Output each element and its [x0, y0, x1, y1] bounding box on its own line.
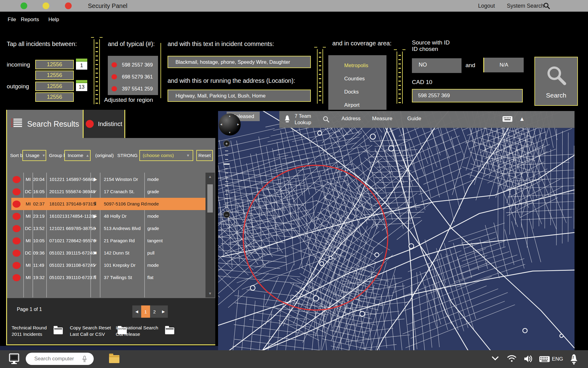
outgoing-date-badge[interactable]: 13 [76, 80, 87, 91]
folder-icon[interactable] [165, 328, 174, 334]
row-time: 13:52 [33, 222, 48, 235]
row-id: 121021 669785-38758 [49, 222, 96, 235]
page-number-button[interactable]: 2 [150, 305, 159, 318]
notifications-bell-icon[interactable]: 2 [569, 354, 579, 366]
desktop-icon[interactable] [9, 353, 21, 366]
keyboard-icon[interactable] [539, 355, 550, 364]
bell-icon[interactable] [283, 115, 291, 125]
map-tool-address[interactable]: Address [341, 116, 360, 122]
notification-count-badge: 2 [572, 356, 574, 359]
map-view[interactable]: 7 Team Lookup AddressMeasureGuide ▲ Rele… [218, 111, 575, 350]
row-id: 051021 391115-67248 [49, 247, 95, 259]
pagination: ◀ 12 ▶ [132, 305, 168, 318]
page-prev-button[interactable]: ◀ [132, 305, 141, 318]
typical-number: 598 2557 369 [122, 62, 153, 68]
page-number-button[interactable]: 1 [141, 305, 150, 318]
outgoing-from-field[interactable] [35, 82, 74, 91]
system-search-button[interactable]: System Search [507, 3, 544, 9]
table-row[interactable]: MI 10:05 071021 728642-95576 ✳ 21 Parago… [11, 235, 205, 247]
window-yellow-light-icon[interactable] [43, 2, 49, 9]
page-next-button[interactable]: ▶ [159, 305, 168, 318]
map-zoom-slider[interactable]: + – [223, 140, 230, 218]
location-text-field[interactable] [168, 90, 311, 102]
map-tool-measure[interactable]: Measure [372, 116, 392, 122]
outgoing-to-field[interactable] [35, 92, 74, 102]
table-row[interactable]: MI 02:37 181021 379148-97315 Ⅱ 5097-5106… [11, 198, 205, 210]
typical-number-row[interactable]: 598 2557 369 [111, 59, 158, 71]
row-time: 20:04 [33, 173, 48, 186]
source-id-field[interactable]: NO [412, 58, 462, 73]
reset-button[interactable]: Reset [196, 150, 213, 161]
incoming-from-field[interactable] [35, 60, 74, 69]
adjusted-for-region-label: Adjusted for region [104, 97, 153, 103]
table-row[interactable]: MI 23:19 1610213174854-11287 ▶ 48 Holly … [11, 210, 205, 222]
map-tool-guide[interactable]: Guide [407, 116, 421, 122]
menu-item-reports[interactable]: Reports [21, 17, 39, 23]
folder-icon[interactable] [109, 355, 119, 363]
scroll-up-icon[interactable]: ▲ [205, 174, 215, 179]
zoom-in-button[interactable]: + [223, 140, 230, 147]
footer-shortcut: International SearchCut release [116, 324, 174, 337]
table-row[interactable]: DC 09:36 051021 391115-67248 ■ 142 Dunn … [11, 247, 205, 259]
row-address: 101 Krepsky Dr [104, 259, 135, 271]
location-heading: and with this or running the address (Lo… [168, 77, 295, 84]
row-id: 051021 391110-67237 [49, 271, 95, 284]
language-indicator[interactable]: ENG [552, 356, 563, 362]
alert-dot-icon [13, 262, 21, 269]
search-button[interactable]: Search [534, 57, 578, 106]
window-red-light-icon[interactable] [65, 2, 72, 9]
map-streets [218, 111, 575, 350]
zoom-slider-thumb[interactable] [224, 163, 230, 165]
window-green-light-icon[interactable] [21, 2, 27, 9]
group-by-dropdown[interactable]: Income ▲ [64, 150, 91, 161]
incoming-date-badge[interactable]: 1 [76, 59, 87, 70]
sort-by-dropdown[interactable]: Usage ▼ [22, 150, 46, 161]
chevron-down-icon[interactable] [492, 356, 499, 362]
incoming-to-field[interactable] [35, 71, 74, 80]
keyboard-icon[interactable] [502, 115, 513, 125]
menu-item-file[interactable]: File [8, 17, 16, 23]
scrollbar-thumb[interactable] [207, 184, 213, 213]
window-bottom-edge [0, 346, 218, 350]
cad-number-field[interactable] [412, 89, 523, 102]
typical-number-row[interactable]: 698 5279 361 [111, 71, 158, 83]
collapse-toolbar-icon[interactable]: ▲ [519, 116, 525, 122]
row-tag: grade [147, 186, 159, 198]
scroll-down-icon[interactable]: ▼ [205, 291, 215, 296]
coverage-option-airport[interactable]: Airport [328, 98, 386, 112]
typical-number-row[interactable]: 397 5541 259 [111, 83, 158, 95]
tab-indistinct[interactable]: Indistinct [84, 110, 124, 138]
volume-icon[interactable] [524, 355, 533, 364]
lookup-search-icon[interactable] [322, 115, 330, 125]
coverage-option-counties[interactable]: Counties [328, 72, 386, 85]
results-scrollbar[interactable]: ▲ ▼ [205, 173, 215, 297]
table-row[interactable]: DC 13:52 121021 669785-38758 ● 513 Andre… [11, 222, 205, 235]
bullet-icon: ● [91, 222, 100, 235]
table-row[interactable]: DC 16:05 201121 555874-36948 ✓ 17 Cranac… [11, 186, 205, 198]
menu-item-help[interactable]: Help [48, 17, 59, 23]
system-search-icon[interactable] [543, 2, 550, 11]
choose-coms-dropdown[interactable]: (choose coms) ▼ [139, 150, 193, 161]
table-row[interactable]: MI 11:49 051021 391108-67245 ✓ 101 Kreps… [11, 259, 205, 271]
wifi-icon[interactable] [507, 355, 516, 364]
row-id: 071021 728642-95576 [49, 235, 96, 247]
microphone-icon[interactable] [82, 356, 87, 364]
folder-icon[interactable] [54, 328, 63, 334]
shortcut-label-line2: 2011 Incidents [12, 332, 42, 337]
logout-button[interactable]: Logout [478, 3, 495, 9]
coverage-option-metropolis[interactable]: Metropolis [328, 59, 386, 72]
zoom-out-button[interactable]: – [223, 211, 230, 218]
page-number-cells: 12 [141, 305, 159, 318]
check-icon: ✓ [91, 186, 100, 198]
table-row[interactable]: MI 19:32 051021 391110-67237 Ⅱ 37 Twilin… [11, 271, 205, 284]
team-lookup-button[interactable]: 7 Team Lookup [295, 113, 311, 126]
row-address: 142 Dunn St [104, 247, 129, 259]
table-row[interactable]: MI 20:04 101221 145897-56848 ▶ 2154 Wins… [11, 173, 205, 186]
choose-coms-value: (choose coms) [143, 153, 174, 158]
comments-text-field[interactable] [168, 56, 311, 68]
tab-search-results[interactable]: Search Results [7, 110, 83, 138]
map-compass-control[interactable]: ▲▼◀▶ [219, 113, 241, 136]
source-id-second-field[interactable]: N/A [483, 58, 524, 72]
incidents-heading: Tap all incidents between: [7, 40, 77, 48]
coverage-option-docks[interactable]: Docks [328, 85, 386, 98]
